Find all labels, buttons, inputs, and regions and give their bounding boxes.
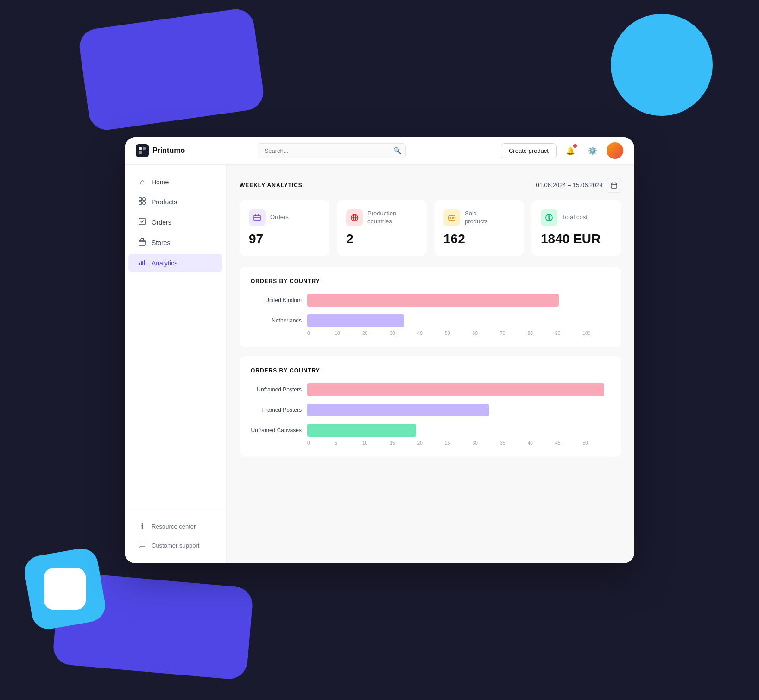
sidebar-item-home-label: Home	[152, 178, 169, 186]
sold-stat-icon	[443, 209, 460, 226]
svg-rect-0	[139, 147, 142, 150]
bg-decoration-blue-icon	[22, 546, 108, 631]
sidebar-item-analytics-label: Analytics	[152, 259, 177, 267]
products-icon	[138, 197, 147, 207]
app-body: ⌂ Home Products	[125, 165, 634, 563]
sidebar-item-products[interactable]: Products	[128, 193, 222, 211]
axis-tick: 100	[583, 331, 610, 336]
logo-icon	[136, 144, 149, 157]
topbar-actions: Create product 🔔 ⚙️	[501, 142, 623, 159]
stat-header-cost: Total cost	[541, 209, 612, 226]
axis-tick: 40	[417, 331, 445, 336]
svg-rect-4	[143, 198, 145, 201]
svg-point-17	[450, 217, 451, 219]
bar-track-framed-posters	[307, 404, 610, 416]
bar-fill-uk	[307, 294, 559, 307]
stat-header-orders: Orders	[249, 209, 320, 226]
axis-tick: 0	[307, 441, 335, 446]
axis-tick: 50	[583, 441, 610, 446]
sidebar-item-support[interactable]: Customer support	[128, 536, 222, 555]
search-input[interactable]	[258, 143, 406, 158]
cost-stat-icon	[541, 209, 557, 226]
create-product-button[interactable]: Create product	[501, 143, 557, 158]
sidebar-item-resource-label: Resource center	[152, 523, 196, 530]
sidebar-item-support-label: Customer support	[152, 542, 199, 549]
main-content: WEEKLY ANALYTICS 01.06.2024 – 15.06.2024	[227, 165, 634, 563]
sidebar-item-orders-label: Orders	[152, 219, 171, 226]
logo-text: Printumo	[152, 146, 185, 155]
production-stat-value: 2	[346, 232, 417, 246]
bar-fill-unframed-canvases	[307, 424, 416, 437]
stat-card-orders: Orders 97	[240, 200, 329, 256]
svg-rect-12	[611, 183, 617, 188]
bar-row-uk: United Kindom	[251, 294, 610, 307]
sold-stat-value: 162	[443, 232, 515, 246]
notification-button[interactable]: 🔔	[562, 142, 579, 159]
stat-card-cost: Total cost 1840 EUR	[531, 200, 621, 256]
date-picker-button[interactable]	[607, 178, 621, 193]
sidebar-item-stores-label: Stores	[152, 239, 170, 246]
analytics-section-header: WEEKLY ANALYTICS 01.06.2024 – 15.06.2024	[240, 178, 621, 193]
axis-tick: 30	[473, 441, 500, 446]
orders-stat-icon	[249, 209, 266, 226]
axis-tick: 25	[445, 441, 472, 446]
orders-icon	[138, 218, 147, 227]
bar-fill-framed-posters	[307, 404, 489, 416]
stat-card-production: Production countries 2	[337, 200, 427, 256]
axis-tick: 0	[307, 331, 335, 336]
axis-tick: 30	[390, 331, 417, 336]
orders-stat-value: 97	[249, 232, 320, 246]
svg-rect-11	[144, 260, 145, 265]
production-stat-icon	[346, 209, 363, 226]
sidebar-item-home[interactable]: ⌂ Home	[128, 173, 222, 191]
avatar[interactable]	[607, 142, 623, 159]
notification-dot	[573, 144, 577, 148]
bar-label-framed-posters: Framed Posters	[251, 407, 302, 413]
home-icon: ⌂	[138, 178, 147, 186]
date-range: 01.06.2024 – 15.06.2024	[536, 178, 621, 193]
axis-tick: 5	[335, 441, 362, 446]
chart1-bars: United Kindom Netherlands	[251, 294, 610, 327]
stat-card-sold: Sold products 162	[434, 200, 524, 256]
axis-tick: 60	[473, 331, 500, 336]
axis-tick: 50	[445, 331, 472, 336]
analytics-section-title: WEEKLY ANALYTICS	[240, 182, 303, 189]
axis-tick: 20	[417, 441, 445, 446]
axis-tick: 70	[500, 331, 527, 336]
bar-label-unframed-posters: Unframed Posters	[251, 386, 302, 393]
sidebar-item-analytics[interactable]: Analytics	[128, 254, 222, 272]
cost-stat-value: 1840 EUR	[541, 232, 612, 246]
axis-tick: 10	[362, 441, 390, 446]
sidebar-item-orders[interactable]: Orders	[128, 213, 222, 232]
svg-rect-3	[139, 198, 142, 201]
app-window: Printumo 🔍 Create product 🔔 ⚙️ ⌂ Home	[125, 137, 634, 563]
bar-label-unframed-canvases: Unframed Canvases	[251, 427, 302, 434]
svg-rect-10	[141, 261, 143, 265]
chart-orders-by-product: ORDERS BY COUNTRY Unframed Posters Frame…	[240, 356, 621, 457]
chart-orders-by-country: ORDERS BY COUNTRY United Kindom Netherla…	[240, 267, 621, 347]
bar-row-framed-posters: Framed Posters	[251, 404, 610, 416]
axis-tick: 10	[335, 331, 362, 336]
axis-tick: 80	[528, 331, 555, 336]
search-icon: 🔍	[393, 147, 401, 154]
topbar: Printumo 🔍 Create product 🔔 ⚙️	[125, 137, 634, 165]
search-bar: 🔍	[258, 143, 406, 158]
axis-tick: 45	[555, 441, 582, 446]
bar-row-nl: Netherlands	[251, 314, 610, 327]
bar-track-nl	[307, 314, 610, 327]
sold-stat-label: Sold products	[465, 210, 488, 226]
bg-decoration-blue-right	[611, 14, 713, 116]
axis-tick: 90	[555, 331, 582, 336]
chart1-axis: 0 10 20 30 40 50 60 70 80 90 100	[307, 331, 610, 336]
chart2-title: ORDERS BY COUNTRY	[251, 367, 610, 374]
production-stat-label: Production countries	[367, 210, 396, 226]
chart1-title: ORDERS BY COUNTRY	[251, 278, 610, 284]
sidebar-item-products-label: Products	[152, 198, 177, 206]
sidebar-item-resource[interactable]: ℹ Resource center	[128, 517, 222, 536]
bar-fill-nl	[307, 314, 404, 327]
orders-stat-label: Orders	[270, 214, 289, 221]
settings-button[interactable]: ⚙️	[584, 142, 601, 159]
sidebar-item-stores[interactable]: Stores	[128, 233, 222, 252]
cost-stat-label: Total cost	[562, 214, 588, 221]
stats-grid: Orders 97 Production countries	[240, 200, 621, 256]
